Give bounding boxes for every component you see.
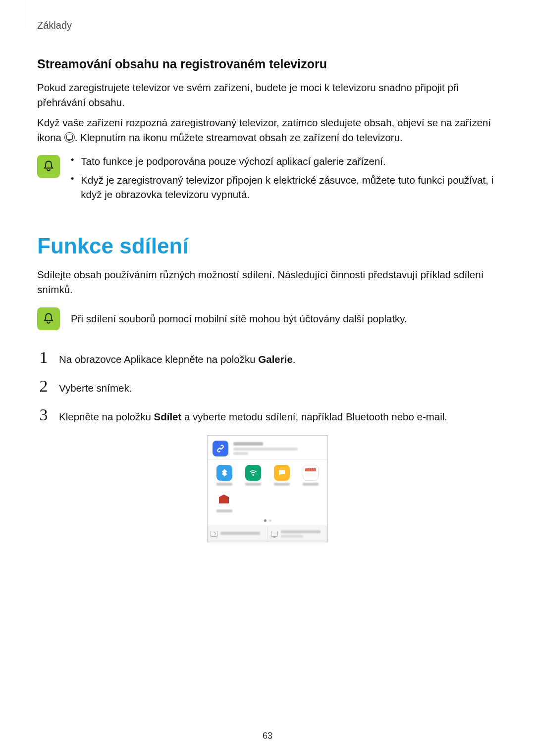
share-app-wifidirect — [240, 465, 266, 486]
bullet-text: Tato funkce je podporována pouze výchozí… — [81, 154, 385, 169]
link-sharing-row — [208, 436, 327, 460]
step-item: 3 Klepněte na položku Sdílet a vyberte m… — [37, 406, 498, 424]
bluetooth-icon — [216, 465, 232, 481]
step-item: 2 Vyberte snímek. — [37, 378, 498, 396]
step-text: Na obrazovce Aplikace klepněte na položk… — [59, 350, 296, 367]
share-app-messages — [269, 465, 295, 486]
page-content: Základy Streamování obsahu na registrova… — [0, 0, 535, 756]
svg-point-0 — [253, 474, 254, 476]
text: . Klepnutím na ikonu můžete streamovat o… — [75, 132, 403, 143]
share-app-memo — [298, 465, 323, 486]
section-heading-streaming: Streamování obsahu na registrovaném tele… — [37, 57, 498, 71]
step-number: 1 — [37, 349, 50, 366]
section-heading-share: Funkce sdílení — [37, 234, 498, 258]
paragraph: Když vaše zařízení rozpozná zaregistrova… — [37, 115, 498, 145]
step-number: 2 — [37, 378, 50, 395]
cast-icon — [64, 132, 75, 143]
text: . — [293, 353, 296, 365]
paragraph: Sdílejte obsah používáním různých možnos… — [37, 267, 498, 297]
text: Vyberte snímek. — [59, 382, 132, 394]
bullet-dot: • — [71, 173, 74, 202]
link-sharing-label — [233, 442, 298, 455]
page-header: Základy — [37, 20, 498, 31]
email-icon — [216, 492, 232, 507]
device-transfer-icon — [211, 531, 217, 537]
step-number: 3 — [37, 406, 50, 423]
note-bullet-list: •Tato funkce je podporována pouze výchoz… — [71, 154, 498, 206]
note-block: Při sdílení souborů pomocí mobilní sítě … — [37, 306, 498, 330]
wifi-direct-icon — [245, 465, 261, 481]
text: a vyberte metodu sdílení, například Blue… — [181, 411, 447, 422]
step-text: Vyberte snímek. — [59, 379, 132, 396]
share-sheet-screenshot — [207, 435, 328, 542]
bell-note-icon — [37, 155, 60, 178]
bold-text: Galerie — [258, 353, 293, 365]
bell-note-icon — [37, 307, 60, 330]
share-app-bluetooth — [212, 465, 237, 486]
memo-icon — [303, 465, 319, 481]
note-text: Při sdílení souborů pomocí mobilní sítě … — [71, 311, 407, 326]
bullet-text: Když je zaregistrovaný televizor připoje… — [81, 173, 498, 202]
share-app-email — [212, 492, 237, 512]
paragraph: Pokud zaregistrujete televizor ve svém z… — [37, 80, 498, 109]
share-transfer-files — [208, 526, 268, 542]
smart-view-icon — [271, 531, 278, 537]
share-apps-row-2 — [208, 489, 327, 517]
bold-text: Sdílet — [154, 411, 181, 422]
text: Na obrazovce Aplikace klepněte na položk… — [59, 353, 258, 365]
share-apps-row-1 — [208, 460, 327, 489]
messages-icon — [274, 465, 290, 481]
share-bottom-options — [208, 526, 327, 542]
share-smart-view — [268, 526, 328, 542]
share-pager — [208, 517, 327, 526]
bullet-dot: • — [71, 154, 74, 169]
text: Klepněte na položku — [59, 411, 154, 422]
page-number: 63 — [0, 731, 535, 741]
note-block: •Tato funkce je podporována pouze výchoz… — [37, 154, 498, 206]
link-sharing-icon — [213, 441, 228, 456]
step-item: 1 Na obrazovce Aplikace klepněte na polo… — [37, 349, 498, 367]
step-text: Klepněte na položku Sdílet a vyberte met… — [59, 407, 447, 424]
